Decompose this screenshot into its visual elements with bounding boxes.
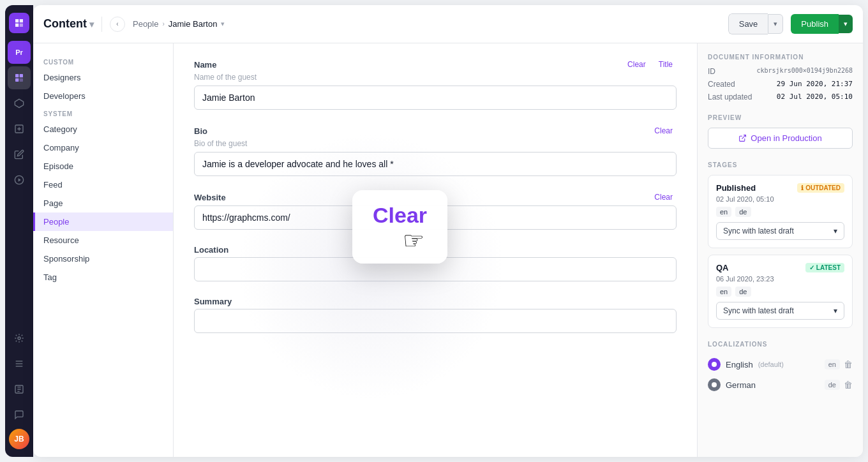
save-button[interactable]: Save	[728, 13, 768, 34]
breadcrumb-current: Jamie Barton	[168, 19, 218, 29]
doc-created-row: Created 29 Jun 2020, 21:37	[708, 80, 853, 89]
icon-rail: Pr JB	[5, 5, 33, 457]
publish-button[interactable]: Publish	[791, 14, 839, 34]
name-title-button[interactable]: Title	[655, 59, 677, 70]
title-text: Content	[43, 17, 87, 31]
svg-rect-1	[15, 78, 19, 82]
doc-id-label: ID	[708, 67, 715, 76]
bio-input[interactable]	[194, 152, 677, 176]
rail-bottom: JB	[8, 327, 31, 449]
name-field-group: Name Clear Title Name of the guest	[194, 59, 677, 110]
name-input[interactable]	[194, 86, 677, 110]
website-input[interactable]	[194, 205, 677, 230]
published-sync-button[interactable]: Sync with latest draft ▾	[716, 222, 844, 240]
sync-chevron-icon: ▾	[834, 227, 837, 235]
english-loc-code: en	[825, 359, 840, 369]
german-loc-name: German	[726, 380, 756, 390]
doc-id-row: ID ckbrsjkrs000×0194j9bn2268	[708, 67, 853, 76]
sidebar-item-schema[interactable]	[8, 92, 31, 115]
sidebar-item-people[interactable]: People	[33, 212, 173, 231]
header-divider	[101, 17, 102, 32]
open-in-production-button[interactable]: Open in Production	[708, 128, 853, 149]
sidebar-item-feed[interactable]: Feed	[33, 175, 173, 194]
localization-english: English (default) en 🗑	[708, 354, 853, 375]
svg-rect-2	[20, 74, 23, 77]
app-container: Content ▾ ‹ People › Jamie Barton ▾ Save…	[33, 5, 863, 457]
breadcrumb-separator: ›	[162, 20, 164, 27]
svg-point-8	[18, 337, 20, 339]
name-clear-button[interactable]: Clear	[624, 59, 650, 70]
english-loc-name: English	[726, 360, 753, 369]
location-label: Location	[194, 245, 228, 255]
breadcrumb-people[interactable]: People	[133, 19, 158, 29]
published-lang-de: de	[735, 207, 751, 217]
svg-rect-3	[20, 78, 23, 82]
content-area: Name Clear Title Name of the guest Bio C…	[174, 43, 697, 457]
breadcrumb-options[interactable]: ▾	[221, 20, 225, 28]
doc-info-title: DOCUMENT INFORMATION	[708, 54, 853, 61]
preview-btn-label: Open in Production	[751, 133, 821, 143]
qa-lang-de: de	[735, 287, 751, 297]
summary-input[interactable]	[194, 309, 677, 333]
website-label: Website	[194, 193, 226, 202]
pr-badge[interactable]: Pr	[8, 41, 31, 64]
title-chevron[interactable]: ▾	[89, 19, 94, 29]
sidebar-item-episode[interactable]: Episode	[33, 157, 173, 175]
sidebar-item-page[interactable]: Page	[33, 194, 173, 212]
location-input[interactable]	[194, 257, 677, 281]
app-logo[interactable]	[9, 13, 29, 33]
save-chevron-button[interactable]: ▾	[768, 14, 783, 34]
sidebar-item-resource[interactable]: Resource	[33, 231, 173, 250]
right-panel: DOCUMENT INFORMATION ID ckbrsjkrs000×019…	[697, 43, 863, 457]
german-loc-delete-button[interactable]: 🗑	[844, 380, 853, 390]
publish-chevron-button[interactable]: ▾	[839, 15, 853, 33]
chat-icon[interactable]	[8, 403, 31, 426]
svg-rect-0	[15, 74, 19, 77]
svg-marker-4	[15, 99, 23, 107]
qa-lang-en: en	[716, 287, 731, 297]
qa-stage-badge: ✓ LATEST	[805, 263, 844, 272]
stages-title: STAGES	[708, 161, 853, 168]
logs-icon[interactable]	[8, 378, 31, 401]
german-loc-code: de	[825, 380, 840, 390]
breadcrumb: People › Jamie Barton ▾	[133, 19, 225, 29]
sidebar-collapse-btn[interactable]: ‹	[110, 17, 125, 32]
english-loc-delete-button[interactable]: 🗑	[844, 359, 853, 369]
sidebar-system-label: System	[33, 105, 173, 120]
sidebar-item-content[interactable]	[8, 66, 31, 89]
sidebar-item-designers[interactable]: Designers	[33, 68, 173, 87]
localization-german: German de 🗑	[708, 375, 853, 395]
user-avatar[interactable]: JB	[9, 429, 29, 449]
sidebar-item-category[interactable]: Category	[33, 120, 173, 138]
sidebar-item-sponsorship[interactable]: Sponsorship	[33, 250, 173, 268]
sidebar-item-play[interactable]	[8, 168, 31, 191]
preview-title: PREVIEW	[708, 114, 853, 121]
sidebar-item-developers[interactable]: Developers	[33, 87, 173, 105]
sidebar-item-tag[interactable]: Tag	[33, 268, 173, 287]
doc-id-value: ckbrsjkrs000×0194j9bn2268	[756, 67, 853, 76]
published-lang-en: en	[716, 207, 731, 217]
published-stage-badge: ℹ OUTDATED	[797, 183, 844, 193]
sidebar-item-edit[interactable]	[8, 117, 31, 140]
published-stage-date: 02 Jul 2020, 05:10	[716, 195, 844, 203]
preview-section: PREVIEW Open in Production	[708, 114, 853, 149]
svg-marker-7	[19, 178, 21, 181]
settings-icon[interactable]	[8, 352, 31, 375]
qa-sync-button[interactable]: Sync with latest draft ▾	[716, 302, 844, 320]
website-clear-button[interactable]: Clear	[650, 191, 677, 203]
qa-stage-card: QA ✓ LATEST 06 Jul 2020, 23:23 en de Syn…	[708, 255, 853, 328]
save-button-group: Save ▾	[728, 13, 784, 34]
external-link-icon	[738, 134, 747, 142]
qa-stage-name: QA	[716, 263, 729, 272]
published-stage-langs: en de	[716, 207, 844, 217]
sidebar-item-company[interactable]: Company	[33, 138, 173, 157]
doc-updated-row: Last updated 02 Jul 2020, 05:10	[708, 93, 853, 101]
plugins-icon[interactable]	[8, 327, 31, 350]
header: Content ▾ ‹ People › Jamie Barton ▾ Save…	[33, 5, 863, 43]
summary-field-group: Summary	[194, 297, 677, 333]
bio-hint: Bio of the guest	[194, 139, 677, 148]
sidebar-item-edit2[interactable]	[8, 143, 31, 166]
summary-label: Summary	[194, 297, 232, 306]
bio-clear-button[interactable]: Clear	[650, 125, 677, 137]
sidebar: Custom Designers Developers System Categ…	[33, 43, 174, 457]
